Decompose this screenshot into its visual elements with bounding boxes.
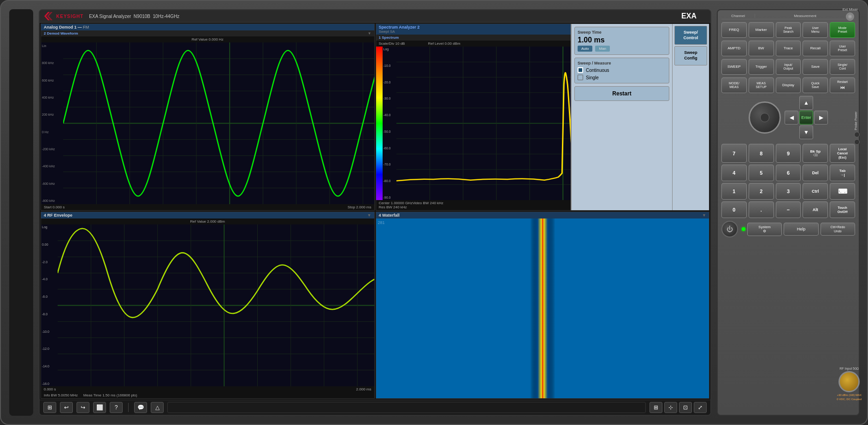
freq-button[interactable]: FREQ [721, 22, 747, 38]
message-button[interactable]: 💬 [134, 402, 147, 413]
sweep-content: Sweep Time 1.00 ms Auto Man Sweep / Meas… [572, 24, 672, 210]
key-5[interactable]: 5 [749, 165, 774, 181]
key-ctrl[interactable]: Ctrl [803, 183, 828, 200]
recall-button[interactable]: Recall [803, 41, 828, 56]
instrument-body: KEYSIGHT EXA Signal Analyzer N9010B 10Hz… [0, 0, 868, 425]
key-9[interactable]: 9 [776, 144, 801, 163]
sweep-dropdown-panel: Sweep Time 1.00 ms Auto Man Sweep / Meas… [571, 24, 709, 210]
panel3-info: Info BW 5.0050 MHz Meas Time 1.50 ms (16… [41, 392, 374, 398]
channel-label: Channel [721, 14, 755, 18]
arrow-down-button[interactable]: ▼ [799, 125, 813, 139]
key-tab[interactable]: Tab→| [830, 165, 855, 181]
toolbar-divider [128, 403, 129, 412]
annotation-button[interactable]: △ [151, 402, 164, 413]
single-cont-button[interactable]: Single/Cont [830, 59, 855, 75]
cursor-button[interactable]: ⊹ [664, 402, 677, 413]
arrow-pad: ▲ ◀ Enter ▶ ▼ [785, 96, 828, 139]
power-button[interactable]: ⏻ [721, 221, 738, 237]
system-button[interactable]: System⚙ [747, 223, 782, 236]
sweep-auto-btn[interactable]: Auto [578, 46, 592, 52]
sweep-single-indicator [578, 75, 583, 80]
waveform-svg [63, 42, 375, 204]
help-button[interactable]: ? [110, 402, 123, 413]
key-8[interactable]: 8 [749, 144, 774, 163]
sweep-button-ctrl[interactable]: SWEEP [721, 59, 747, 75]
panel1-header: Analog Demod 1 — FM [41, 24, 374, 30]
control-panel: Channel Measurement Ext Mixer FREQ Marke… [717, 9, 860, 416]
mode-meas-button[interactable]: MODE/MEAS [721, 77, 747, 93]
key-2[interactable]: 2 [749, 183, 774, 200]
ext-mixer-area: Ext Mixer [843, 7, 858, 21]
panel3-ref: Ref Value 2.000 dBm [41, 218, 374, 224]
key-dot[interactable]: . [749, 201, 774, 218]
grid-button[interactable]: ⊞ [650, 402, 662, 413]
display-section: KEYSIGHT EXA Signal Analyzer N9010B 10Hz… [39, 9, 711, 416]
windows-button[interactable]: ⊞ [43, 402, 56, 413]
panel1-title: Analog Demod 1 — FM [44, 25, 89, 30]
split-button[interactable]: ⊡ [679, 402, 692, 413]
amptd-button[interactable]: AMPTD [721, 41, 747, 56]
key-touch[interactable]: TouchOn/Off [830, 201, 855, 218]
fullscreen-button[interactable]: ⤢ [694, 402, 707, 413]
arrow-left-button[interactable]: ◀ [785, 111, 798, 124]
key-alt[interactable]: Alt [803, 201, 828, 218]
enter-button[interactable]: Enter [799, 111, 813, 124]
knob-inner [760, 113, 769, 122]
key-cancel[interactable]: LocalCancel(Esc) [830, 144, 855, 163]
save-button[interactable]: Save [803, 59, 828, 75]
btn-row-1: FREQ Marker PeakSearch UserMenu ModePres… [721, 22, 855, 38]
bw-button[interactable]: BW [749, 41, 774, 56]
key-6[interactable]: 6 [776, 165, 801, 181]
spectrum-colorbar [376, 47, 383, 200]
key-bksp[interactable]: Bk Sp⌫ [803, 144, 828, 163]
sweep-single-option[interactable]: Single [578, 75, 666, 80]
brand-label: KEYSIGHT [56, 14, 83, 19]
key-1[interactable]: 1 [721, 183, 747, 200]
display-header: KEYSIGHT EXA Signal Analyzer N9010B 10Hz… [40, 10, 710, 23]
display-button[interactable]: Display [776, 77, 801, 93]
main-knob[interactable] [749, 101, 781, 134]
window-button[interactable]: ⬜ [93, 402, 106, 413]
input-output-button[interactable]: Input/Output [776, 59, 801, 75]
panel3-chart: Log 0.00 -2.0 -4.0 -6.0 -8.0 -10.0 -12.0… [41, 224, 374, 386]
key-7[interactable]: 7 [721, 144, 747, 163]
redo-button[interactable]: ↪ [77, 402, 89, 413]
key-3[interactable]: 3 [776, 183, 801, 200]
measurement-label: Measurement [755, 14, 855, 18]
help-ctrl-button[interactable]: Help [784, 223, 818, 236]
user-preset-button[interactable]: UserPreset [830, 41, 855, 56]
mode-preset-button[interactable]: ModePreset [830, 22, 855, 38]
nav-cluster: ▲ ◀ Enter ▶ ▼ [721, 96, 855, 139]
series-label: EXA [681, 12, 697, 20]
restart-ctrl-button[interactable]: Restart ⏮ [830, 77, 855, 93]
sweep-continuous-option[interactable]: Continuous [578, 67, 666, 73]
key-0[interactable]: 0 [721, 201, 747, 218]
restart-button[interactable]: Restart [574, 86, 669, 101]
arrow-right-button[interactable]: ▶ [814, 111, 828, 124]
probe-connector-2 [854, 139, 860, 145]
trigger-button[interactable]: Trigger [749, 59, 774, 75]
sweep-measure-label: Sweep / Measure [578, 61, 666, 65]
sweep-control-btn[interactable]: Sweep/Control [674, 26, 707, 45]
arrow-up-button[interactable]: ▲ [799, 96, 813, 110]
sweep-config-btn[interactable]: SweepConfig [674, 46, 707, 65]
svg-rect-57 [530, 218, 555, 398]
undo-ctrl-button[interactable]: Ctrl+RedoUndo [821, 223, 855, 236]
key-del[interactable]: Del [803, 165, 828, 181]
panel1-ref: Ref Value 0.000 Hz [41, 36, 374, 42]
sweep-man-btn[interactable]: Man [595, 46, 610, 52]
key-4[interactable]: 4 [721, 165, 747, 181]
waterfall-svg [376, 218, 709, 398]
undo-button[interactable]: ↩ [60, 402, 73, 413]
ext-mixer-label: Ext Mixer [843, 7, 858, 12]
trace-button[interactable]: Trace [776, 41, 801, 56]
peak-search-button[interactable]: PeakSearch [776, 22, 801, 38]
marker-button[interactable]: Marker [749, 22, 774, 38]
meas-setup-button[interactable]: MEASSETUP [749, 77, 774, 93]
panel-spectrum: Spectrum Analyzer 2 Swept SA + ⚙ Sweep ▼… [376, 24, 710, 211]
quick-save-button[interactable]: QuickSave [803, 77, 828, 93]
user-menu-button[interactable]: UserMenu [803, 22, 828, 38]
key-keyboard[interactable]: ⌨ [830, 183, 855, 200]
probe-connector-1 [854, 132, 860, 137]
key-minus[interactable]: − [776, 201, 801, 218]
